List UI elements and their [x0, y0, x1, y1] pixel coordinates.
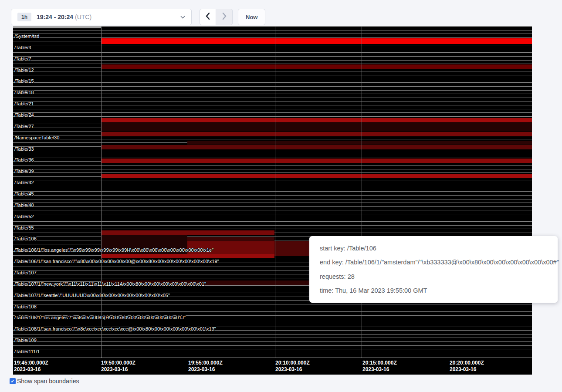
- next-time-button[interactable]: [216, 9, 233, 25]
- span-key-label: /Table/4: [14, 45, 31, 51]
- span-key-label: /Table/12: [14, 68, 34, 73]
- heat-band[interactable]: [101, 38, 532, 44]
- range-value: 19:24 - 20:24: [37, 14, 73, 20]
- time-gridline: [449, 27, 449, 358]
- heat-band[interactable]: [101, 118, 532, 122]
- chevron-right-icon: [222, 13, 227, 21]
- time-nav-group: [200, 9, 233, 25]
- time-tick-label: 19:45:00.000Z 2023-03-16: [14, 360, 48, 373]
- time-tick-label: 19:50:00.000Z 2023-03-16: [101, 360, 135, 373]
- span-key-label: /Table/107: [14, 270, 37, 276]
- span-boundaries-label: Show span boundaries: [17, 378, 79, 385]
- span-key-label: /Table/27: [14, 124, 34, 129]
- span-key-label: /Table/55: [14, 225, 34, 231]
- heat-band[interactable]: [187, 237, 274, 241]
- span-key-label: /Table/106/1/"san francisco"/"\x80\x00\x…: [14, 259, 219, 264]
- time-tick-label: 20:10:00.000Z 2023-03-16: [275, 360, 310, 373]
- time-range-select[interactable]: 1h 19:24 - 20:24 (UTC): [11, 9, 192, 25]
- chevron-left-icon: [206, 13, 210, 21]
- span-key-label: /Table/109: [14, 338, 37, 343]
- heat-band[interactable]: [187, 141, 532, 145]
- span-key-label: /System/tsd: [14, 34, 39, 39]
- heat-band[interactable]: [101, 159, 532, 163]
- span-key-label: /Table/33: [14, 146, 34, 152]
- range-preset-badge: 1h: [17, 13, 31, 21]
- span-key-label: /Table/108/1/"san francisco"/"\x8c\xcc\x…: [14, 326, 216, 332]
- heat-band[interactable]: [101, 145, 532, 149]
- span-key-label: /Table/15: [14, 78, 34, 84]
- span-key-label: /Table/52: [14, 214, 34, 220]
- axis-boundary-line: [13, 358, 532, 358]
- span-key-label: /Table/7: [14, 56, 31, 62]
- key-visualizer-page: { "toolbar": { "preset": "1h", "range": …: [0, 0, 562, 392]
- heat-band[interactable]: [101, 123, 532, 132]
- span-key-label: /Table/36: [14, 157, 34, 163]
- span-key-label: /Table/48: [14, 203, 34, 208]
- span-key-label: /NamespaceTable/30: [14, 135, 59, 141]
- heatmap-row-lines: [13, 27, 532, 358]
- heat-band[interactable]: [101, 174, 532, 178]
- span-boundaries-toggle: ✓ Show span boundaries: [10, 378, 79, 385]
- tooltip-line: time: Thu, 16 Mar 2023 19:55:00 GMT: [320, 287, 547, 294]
- heat-band[interactable]: [101, 132, 532, 136]
- span-key-label: /Table/106/1/"los angeles"/"\x99\x99\x99…: [14, 247, 213, 253]
- span-key-label: /Table/108: [14, 304, 37, 310]
- span-boundaries-checkbox[interactable]: ✓: [10, 378, 16, 384]
- time-tick-label: 19:55:00.000Z 2023-03-16: [188, 360, 223, 373]
- time-gridline: [275, 27, 275, 358]
- span-key-label: /Table/106: [14, 236, 37, 242]
- tooltip-line: requests: 28: [320, 273, 547, 280]
- toolbar: 1h 19:24 - 20:24 (UTC) Now: [11, 9, 265, 25]
- heat-band[interactable]: [101, 64, 532, 69]
- chevron-down-icon: [180, 16, 185, 19]
- cell-tooltip: start key: /Table/106end key: /Table/106…: [309, 236, 558, 303]
- span-key-label: /Table/111/1: [14, 349, 40, 355]
- span-key-label: /Table/24: [14, 112, 34, 118]
- span-key-label: /Table/21: [14, 101, 34, 107]
- range-text: 19:24 - 20:24 (UTC): [37, 14, 91, 20]
- span-key-label: /Table/107/1/"seattle"/"UUUUUUD\x00\x80\…: [14, 293, 170, 298]
- span-key-label: /Table/108/1/"los angeles"/"\xa8\xf5\u00…: [14, 315, 186, 321]
- span-key-label: /Table/45: [14, 191, 34, 197]
- time-gridline: [188, 27, 188, 358]
- heat-band[interactable]: [274, 241, 309, 256]
- time-gridline: [101, 27, 102, 358]
- tooltip-line: start key: /Table/106: [320, 245, 547, 252]
- time-tick-label: 20:20:00.000Z 2023-03-16: [450, 360, 484, 373]
- time-gridline: [362, 27, 362, 358]
- span-key-label: /Table/18: [14, 90, 34, 95]
- time-tick-label: 20:15:00.000Z 2023-03-16: [362, 360, 397, 373]
- span-key-label: /Table/107/1/"new york"/"\x11\x11\x11\x1…: [14, 281, 206, 287]
- prev-time-button[interactable]: [200, 9, 216, 25]
- span-key-label: /Table/39: [14, 169, 34, 174]
- span-key-label: /Table/42: [14, 180, 34, 186]
- now-button[interactable]: Now: [238, 9, 265, 25]
- heatmap[interactable]: /System/tsd/Table/4/Table/7/Table/12/Tab…: [13, 26, 532, 375]
- heat-band[interactable]: [13, 27, 101, 28]
- tooltip-line: end key: /Table/106/1/"amsterdam"/"\xb33…: [320, 259, 547, 266]
- range-zone: (UTC): [75, 14, 91, 20]
